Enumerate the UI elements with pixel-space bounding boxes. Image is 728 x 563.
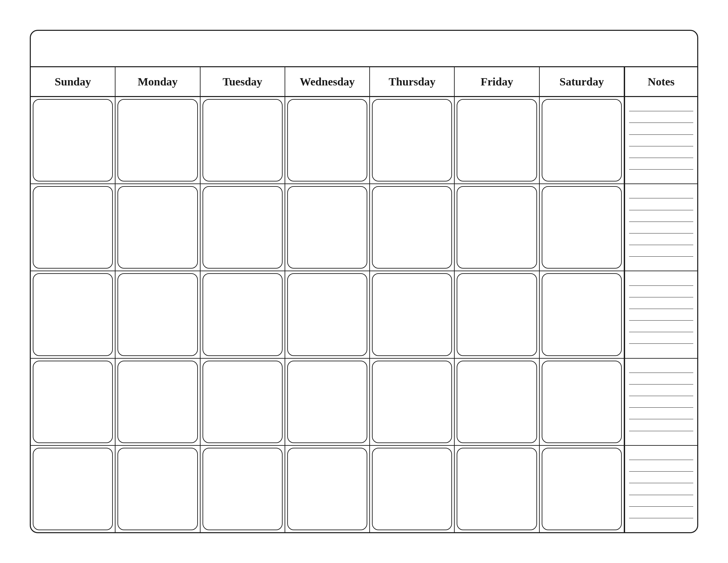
notes-line xyxy=(629,245,693,245)
calendar-row-1 xyxy=(31,97,697,184)
notes-line xyxy=(629,221,693,222)
cell-row3-sun[interactable] xyxy=(31,271,115,358)
cell-row2-sun[interactable] xyxy=(31,184,115,270)
cell-row3-fri[interactable] xyxy=(455,271,539,358)
cell-row2-wed[interactable] xyxy=(285,184,370,270)
notes-line xyxy=(629,146,693,146)
calendar-container: Sunday Monday Tuesday Wednesday Thursday… xyxy=(30,30,698,533)
notes-line xyxy=(629,320,693,321)
calendar-row-3 xyxy=(31,271,697,358)
cell-row3-tue[interactable] xyxy=(201,271,285,358)
notes-line xyxy=(629,122,693,123)
cell-row5-wed[interactable] xyxy=(285,446,370,532)
cell-row4-thu[interactable] xyxy=(370,359,455,445)
cell-row4-wed[interactable] xyxy=(285,359,370,445)
cell-row2-mon[interactable] xyxy=(115,184,200,270)
notes-line xyxy=(629,210,693,210)
cell-row1-tue[interactable] xyxy=(201,97,285,183)
cell-row5-sun[interactable] xyxy=(31,446,115,532)
header-notes: Notes xyxy=(624,67,697,96)
cell-row3-thu[interactable] xyxy=(370,271,455,358)
cell-row5-thu[interactable] xyxy=(370,446,455,532)
calendar-row-5 xyxy=(31,446,697,532)
cell-row4-sun[interactable] xyxy=(31,359,115,445)
notes-row2 xyxy=(624,184,697,270)
header-thursday: Thursday xyxy=(370,67,455,96)
notes-row4 xyxy=(624,359,697,445)
notes-line xyxy=(629,256,693,257)
cell-row1-sat[interactable] xyxy=(540,97,624,183)
notes-line xyxy=(629,344,693,344)
cell-row4-tue[interactable] xyxy=(201,359,285,445)
calendar-page: Sunday Monday Tuesday Wednesday Thursday… xyxy=(17,17,711,546)
notes-line xyxy=(629,506,693,507)
cell-row2-tue[interactable] xyxy=(201,184,285,270)
cell-row5-tue[interactable] xyxy=(201,446,285,532)
notes-row1 xyxy=(624,97,697,183)
notes-line xyxy=(629,407,693,408)
notes-line xyxy=(629,396,693,396)
notes-line xyxy=(629,518,693,518)
notes-line xyxy=(629,495,693,495)
notes-line xyxy=(629,158,693,158)
notes-line xyxy=(629,384,693,385)
cell-row1-mon[interactable] xyxy=(115,97,200,183)
cell-row5-sat[interactable] xyxy=(540,446,624,532)
notes-line xyxy=(629,332,693,332)
cell-row4-sat[interactable] xyxy=(540,359,624,445)
notes-line xyxy=(629,297,693,298)
notes-line xyxy=(629,111,693,111)
header-saturday: Saturday xyxy=(540,67,624,96)
title-bar[interactable] xyxy=(31,31,697,67)
cell-row1-sun[interactable] xyxy=(31,97,115,183)
cell-row4-mon[interactable] xyxy=(115,359,200,445)
notes-line xyxy=(629,286,693,286)
calendar-row-4 xyxy=(31,359,697,446)
cell-row3-sat[interactable] xyxy=(540,271,624,358)
notes-line xyxy=(629,134,693,135)
calendar-row-2 xyxy=(31,184,697,271)
cell-row2-fri[interactable] xyxy=(455,184,539,270)
notes-line xyxy=(629,483,693,483)
cell-row1-thu[interactable] xyxy=(370,97,455,183)
header-sunday: Sunday xyxy=(31,67,115,96)
header-friday: Friday xyxy=(455,67,539,96)
cell-row5-fri[interactable] xyxy=(455,446,539,532)
calendar-grid xyxy=(31,97,697,532)
notes-line xyxy=(629,233,693,233)
cell-row3-mon[interactable] xyxy=(115,271,200,358)
notes-line xyxy=(629,419,693,419)
notes-line xyxy=(629,471,693,472)
notes-line xyxy=(629,169,693,169)
cell-row1-fri[interactable] xyxy=(455,97,539,183)
cell-row3-wed[interactable] xyxy=(285,271,370,358)
cell-row1-wed[interactable] xyxy=(285,97,370,183)
notes-line xyxy=(629,373,693,373)
header-tuesday: Tuesday xyxy=(201,67,285,96)
cell-row4-fri[interactable] xyxy=(455,359,539,445)
notes-line xyxy=(629,198,693,198)
cell-row2-sat[interactable] xyxy=(540,184,624,270)
notes-row3 xyxy=(624,271,697,358)
cell-row2-thu[interactable] xyxy=(370,184,455,270)
notes-line xyxy=(629,460,693,460)
header-monday: Monday xyxy=(115,67,200,96)
header-wednesday: Wednesday xyxy=(285,67,370,96)
cell-row5-mon[interactable] xyxy=(115,446,200,532)
notes-row5 xyxy=(624,446,697,532)
notes-line xyxy=(629,309,693,309)
notes-line xyxy=(629,431,693,431)
header-row: Sunday Monday Tuesday Wednesday Thursday… xyxy=(31,67,697,97)
